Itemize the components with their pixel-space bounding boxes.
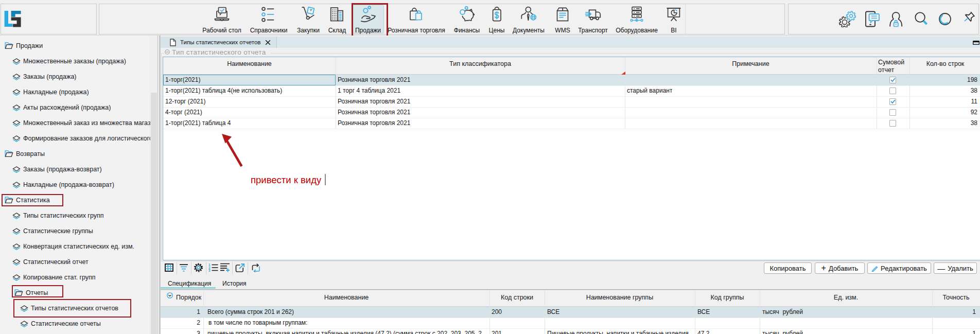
svg-text:3: 3	[208, 269, 211, 272]
